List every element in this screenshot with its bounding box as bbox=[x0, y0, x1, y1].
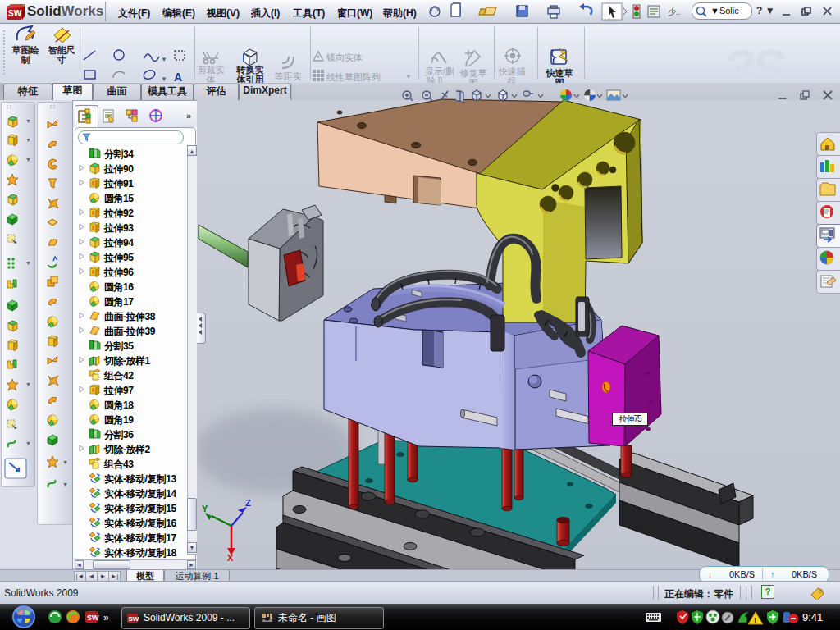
svg-text:少..: 少.. bbox=[668, 7, 681, 16]
svg-text:!: ! bbox=[754, 616, 756, 624]
svg-text:▼: ▼ bbox=[62, 459, 68, 465]
svg-text:▼: ▼ bbox=[25, 118, 31, 124]
svg-text:▼: ▼ bbox=[25, 157, 31, 162]
svg-text:SW: SW bbox=[8, 9, 22, 18]
svg-text:▼: ▼ bbox=[25, 260, 31, 266]
svg-text:▼: ▼ bbox=[25, 441, 31, 446]
svg-text:▼: ▼ bbox=[25, 381, 31, 387]
svg-text:Z: Z bbox=[245, 498, 251, 508]
svg-text:SW: SW bbox=[87, 614, 99, 622]
svg-text:SW: SW bbox=[129, 615, 139, 623]
svg-text:A: A bbox=[174, 71, 182, 84]
svg-text:X: X bbox=[227, 553, 234, 563]
svg-text:▼: ▼ bbox=[62, 482, 68, 487]
svg-text:Y: Y bbox=[202, 504, 208, 514]
svg-text:▼: ▼ bbox=[25, 137, 31, 143]
svg-text:»: » bbox=[103, 612, 109, 623]
